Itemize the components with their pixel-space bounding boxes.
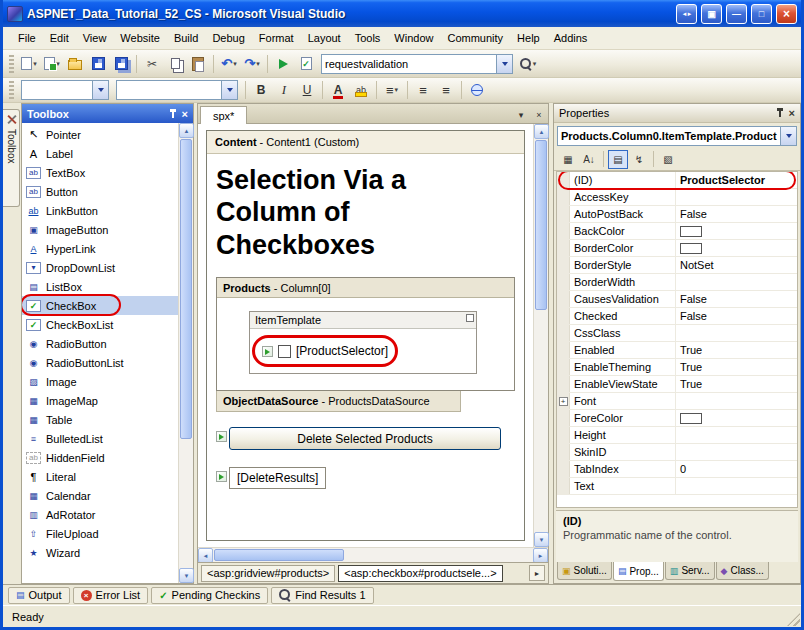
check-page-button[interactable]: ✓	[295, 53, 317, 75]
tab-pending-checkins[interactable]: ✓Pending Checkins	[151, 587, 268, 604]
scroll-left-icon[interactable]: ◄	[198, 548, 213, 563]
pin-icon[interactable]	[775, 107, 785, 119]
tab-error-list[interactable]: ×Error List	[73, 587, 149, 604]
template-handle-icon[interactable]	[466, 314, 474, 322]
property-row-tabindex[interactable]: TabIndex0	[557, 461, 797, 478]
scrollbar-track[interactable]	[534, 311, 548, 532]
scrollbar-thumb[interactable]	[180, 139, 192, 439]
menu-community[interactable]: Community	[440, 29, 510, 47]
property-row-borderwidth[interactable]: BorderWidth	[557, 274, 797, 291]
alphabetical-button[interactable]: A↓	[579, 150, 599, 169]
toolbox-item-calendar[interactable]: ▦Calendar	[22, 486, 178, 505]
property-row-enabletheming[interactable]: EnableThemingTrue	[557, 359, 797, 376]
toolbox-item-hyperlink[interactable]: AHyperLink	[22, 239, 178, 258]
tag-scroll-right-icon[interactable]: ►	[529, 565, 545, 581]
toolbox-item-adrotator[interactable]: ▥AdRotator	[22, 505, 178, 524]
tab-output[interactable]: ▤Output	[8, 587, 70, 604]
property-value[interactable]: True	[676, 359, 797, 375]
properties-titlebar[interactable]: Properties ×	[554, 104, 800, 123]
toolbox-autohide-tab[interactable]: Toolbox	[3, 109, 20, 207]
start-debug-button[interactable]	[272, 53, 294, 75]
italic-button[interactable]: I	[273, 79, 295, 101]
property-row-borderstyle[interactable]: BorderStyleNotSet	[557, 257, 797, 274]
combo-dropdown-button[interactable]	[496, 55, 512, 73]
property-row-cssclass[interactable]: CssClass	[557, 325, 797, 342]
tab-find-results[interactable]: Find Results 1	[271, 587, 373, 604]
quick-find-input[interactable]	[322, 56, 496, 72]
toolbox-scrollbar[interactable]: ▲ ▼	[178, 123, 193, 583]
align-button[interactable]: ≡▾	[381, 79, 403, 101]
design-surface[interactable]: Content - Content1 (Custom) Selection Vi…	[198, 124, 533, 547]
property-row-accesskey[interactable]: AccessKey	[557, 189, 797, 206]
toolbox-item-listbox[interactable]: ▤ListBox	[22, 277, 178, 296]
toolbox-item-imagebutton[interactable]: ▣ImageButton	[22, 220, 178, 239]
paste-button[interactable]	[187, 53, 209, 75]
highlight-button[interactable]: ab	[350, 79, 372, 101]
save-button[interactable]	[87, 53, 109, 75]
quick-find-combobox[interactable]	[321, 54, 513, 74]
property-row-skinid[interactable]: SkinID	[557, 444, 797, 461]
maximize-button[interactable]: □	[751, 4, 772, 24]
close-button[interactable]: ×	[776, 4, 797, 24]
property-row-checked[interactable]: CheckedFalse	[557, 308, 797, 325]
toolbox-item-fileupload[interactable]: ⇧FileUpload	[22, 524, 178, 543]
pin-icon[interactable]	[168, 108, 178, 120]
scroll-right-icon[interactable]: ►	[533, 548, 548, 563]
property-value[interactable]	[676, 189, 797, 205]
property-value[interactable]: NotSet	[676, 257, 797, 273]
property-row-text[interactable]: Text	[557, 478, 797, 495]
menu-addins[interactable]: Addins	[547, 29, 595, 47]
property-row-height[interactable]: Height	[557, 427, 797, 444]
open-file-button[interactable]	[64, 53, 86, 75]
property-row-font[interactable]: +Font	[557, 393, 797, 410]
resize-grip[interactable]	[787, 613, 800, 626]
hyperlink-button[interactable]	[466, 79, 488, 101]
toolbox-item-label[interactable]: ALabel	[22, 144, 178, 163]
property-value[interactable]: 0	[676, 461, 797, 477]
item-template-box[interactable]: ItemTemplate [ProductSelector]	[249, 311, 477, 374]
menu-window[interactable]: Window	[387, 29, 440, 47]
item-template-body[interactable]: [ProductSelector]	[250, 329, 476, 373]
scroll-up-icon[interactable]: ▲	[534, 124, 549, 139]
property-row-enableviewstate[interactable]: EnableViewStateTrue	[557, 376, 797, 393]
toolbox-item-literal[interactable]: ¶Literal	[22, 467, 178, 486]
property-row-enabled[interactable]: EnabledTrue	[557, 342, 797, 359]
objectdatasource-control[interactable]: ObjectDataSource - ProductsDataSource	[216, 391, 461, 412]
content-control-header[interactable]: Content - Content1 (Custom)	[207, 131, 524, 154]
menu-tools[interactable]: Tools	[348, 29, 388, 47]
toolbox-item-checkbox[interactable]: ✓CheckBox	[22, 296, 178, 315]
toolbox-item-dropdownlist[interactable]: ▾DropDownList	[22, 258, 178, 277]
toolbox-item-imagemap[interactable]: ▦ImageMap	[22, 391, 178, 410]
scrollbar-track[interactable]	[179, 440, 193, 568]
menu-file[interactable]: File	[11, 29, 43, 47]
property-value[interactable]	[676, 274, 797, 290]
toolbox-item-hiddenfield[interactable]: abHiddenField	[22, 448, 178, 467]
toolbox-item-bulletedlist[interactable]: ≡BulletedList	[22, 429, 178, 448]
toolbox-item-radiobutton[interactable]: ◉RadioButton	[22, 334, 178, 353]
object-selector-combobox[interactable]: Products.Column0.ItemTemplate.Product	[557, 126, 797, 146]
cut-button[interactable]: ✂	[141, 53, 163, 75]
bold-button[interactable]: B	[250, 79, 272, 101]
tag-checkbox[interactable]: <asp:checkbox#productsele...>	[338, 565, 502, 582]
tab-class-view[interactable]: ◆Class...	[716, 562, 769, 580]
combo-dropdown-button[interactable]	[221, 81, 237, 99]
property-pages-button[interactable]: ▧	[658, 150, 678, 169]
scroll-up-icon[interactable]: ▲	[179, 123, 194, 138]
events-button[interactable]: ↯	[629, 150, 649, 169]
block-format-combobox[interactable]	[21, 80, 109, 100]
property-row-causesvalidation[interactable]: CausesValidationFalse	[557, 291, 797, 308]
designer-vertical-scrollbar[interactable]: ▲ ▼	[533, 124, 548, 547]
combo-dropdown-button[interactable]	[92, 81, 108, 99]
menu-debug[interactable]: Debug	[205, 29, 251, 47]
tag-gridview[interactable]: <asp:gridview#products>	[201, 565, 335, 582]
save-all-button[interactable]	[110, 53, 132, 75]
expand-plus-icon[interactable]: +	[559, 397, 568, 406]
property-value[interactable]: False	[676, 308, 797, 324]
gridview-header[interactable]: Products - Column[0]	[217, 278, 514, 298]
menu-format[interactable]: Format	[252, 29, 301, 47]
toolbox-item-checkboxlist[interactable]: ✓CheckBoxList	[22, 315, 178, 334]
toolbox-item-image[interactable]: ▨Image	[22, 372, 178, 391]
property-row-bordercolor[interactable]: BorderColor	[557, 240, 797, 257]
toolbar-grip[interactable]	[9, 81, 14, 99]
underline-button[interactable]: U	[296, 79, 318, 101]
